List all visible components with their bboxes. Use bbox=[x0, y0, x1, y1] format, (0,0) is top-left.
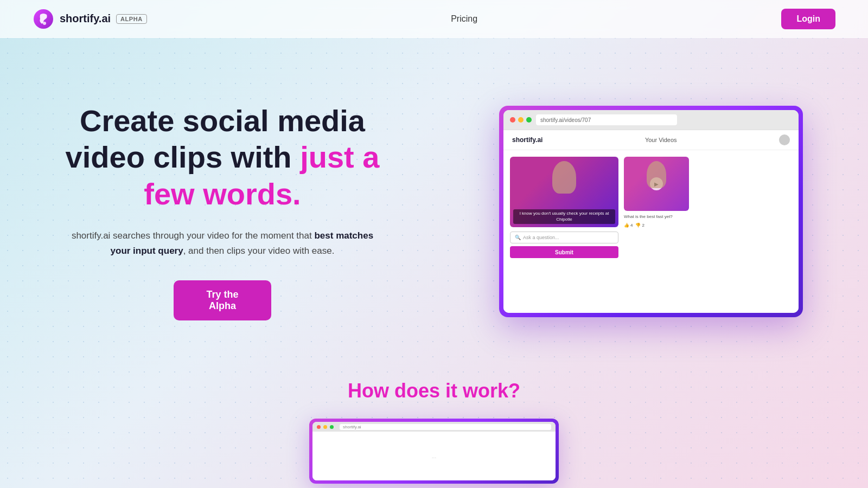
second-tl-yellow bbox=[323, 425, 327, 429]
search-icon: 🔍 bbox=[515, 235, 521, 240]
side-person-silhouette bbox=[647, 161, 666, 188]
try-alpha-button[interactable]: Try the Alpha bbox=[174, 280, 271, 320]
hero-subtitle: shortify.ai searches through your video … bbox=[65, 228, 380, 259]
address-bar: shortify.ai/videos/707 bbox=[536, 114, 677, 125]
side-video-question: What is the best fast yet? bbox=[624, 214, 689, 220]
how-title: How does it work? bbox=[0, 380, 868, 402]
second-browser-chrome: shortify.ai bbox=[312, 422, 556, 432]
search-area: 🔍 Ask a question... Submit bbox=[510, 232, 618, 258]
alpha-badge: ALPHA bbox=[116, 14, 147, 24]
thumbs-down-badge: 👎 2 bbox=[635, 223, 644, 228]
app-content: shortify.ai Your Videos I know you don' bbox=[503, 130, 799, 313]
hero-title: Create social media video clips with jus… bbox=[65, 102, 380, 212]
traffic-light-green bbox=[526, 117, 532, 123]
thumbs-up-badge: 👍 4 bbox=[624, 223, 633, 228]
side-reactions: 👍 4 👎 2 bbox=[624, 223, 689, 228]
thumbs-up-icon: 👍 bbox=[624, 223, 629, 228]
second-browser-frame: shortify.ai ... bbox=[309, 419, 559, 484]
thumbs-down-count: 2 bbox=[642, 223, 644, 228]
main-video-card: I know you don't usually check your rece… bbox=[510, 157, 618, 306]
hero-title-line2: video clips with bbox=[66, 140, 301, 174]
hero-title-highlight: just a bbox=[300, 140, 379, 174]
app-avatar bbox=[779, 134, 790, 145]
second-address-bar: shortify.ai bbox=[340, 424, 551, 430]
browser-mockup: shortify.ai/videos/707 shortify.ai Your … bbox=[499, 106, 814, 317]
svg-point-1 bbox=[43, 22, 46, 25]
second-tl-green bbox=[330, 425, 334, 429]
hero-title-line1: Create social media bbox=[80, 104, 365, 138]
search-input-mock: 🔍 Ask a question... bbox=[510, 232, 618, 243]
logo-icon bbox=[33, 8, 54, 30]
person-silhouette bbox=[552, 161, 576, 194]
traffic-light-red bbox=[510, 117, 515, 123]
main-video-thumb: I know you don't usually check your rece… bbox=[510, 157, 618, 227]
browser-chrome-bar: shortify.ai/videos/707 bbox=[503, 110, 799, 130]
side-video-card: ▶ What is the best fast yet? 👍 4 👎 bbox=[624, 157, 689, 306]
side-video-thumb: ▶ bbox=[624, 157, 689, 211]
hero-section: Create social media video clips with jus… bbox=[0, 38, 868, 374]
logo-area: shortify.ai ALPHA bbox=[33, 8, 147, 30]
navbar: shortify.ai ALPHA Pricing Login bbox=[0, 0, 868, 38]
how-section: How does it work? shortify.ai ... bbox=[0, 374, 868, 484]
traffic-lights bbox=[510, 117, 532, 123]
search-placeholder: Ask a question... bbox=[523, 235, 559, 240]
browser-window: shortify.ai/videos/707 shortify.ai Your … bbox=[503, 110, 799, 313]
app-logo-small: shortify.ai bbox=[512, 136, 542, 144]
hero-title-line3: few words. bbox=[144, 177, 301, 211]
second-content-placeholder: ... bbox=[432, 453, 436, 459]
video-thumb-inner: I know you don't usually check your rece… bbox=[510, 157, 618, 227]
browser-frame: shortify.ai/videos/707 shortify.ai Your … bbox=[499, 106, 803, 317]
hero-subtitle-pre: shortify.ai searches through your video … bbox=[72, 230, 315, 241]
submit-btn-mock: Submit bbox=[510, 246, 618, 258]
traffic-light-yellow bbox=[518, 117, 524, 123]
brand-name: shortify.ai bbox=[60, 12, 111, 25]
app-header: shortify.ai Your Videos bbox=[503, 130, 799, 150]
thumbs-up-count: 4 bbox=[630, 223, 633, 228]
video-caption: I know you don't usually check your rece… bbox=[513, 209, 615, 224]
hero-text: Create social media video clips with jus… bbox=[65, 102, 380, 320]
hero-subtitle-post: , and then clips your video with ease. bbox=[183, 246, 335, 256]
thumbs-down-icon: 👎 bbox=[635, 223, 641, 228]
second-browser-wrapper: shortify.ai ... bbox=[0, 419, 868, 484]
pricing-link[interactable]: Pricing bbox=[451, 14, 477, 24]
second-browser-window: shortify.ai ... bbox=[312, 422, 556, 480]
second-browser-content: ... bbox=[312, 432, 556, 480]
videos-area: I know you don't usually check your rece… bbox=[503, 150, 799, 313]
app-section-label: Your Videos bbox=[645, 137, 677, 143]
login-button[interactable]: Login bbox=[781, 9, 835, 29]
second-tl-red bbox=[317, 425, 321, 429]
nav-links: Pricing bbox=[451, 14, 477, 24]
